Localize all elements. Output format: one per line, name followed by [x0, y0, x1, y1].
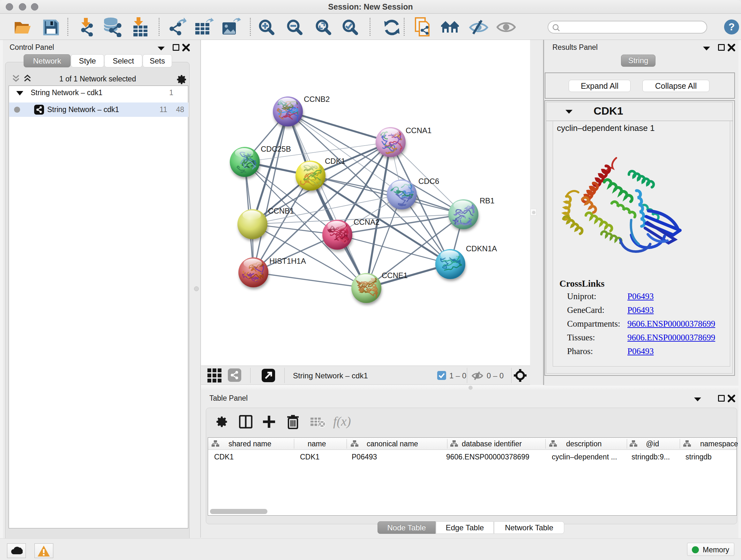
svg-text:CCNB2: CCNB2 [304, 95, 330, 104]
svg-text:CCNA1: CCNA1 [406, 126, 431, 135]
svg-text:CDK1: CDK1 [325, 157, 345, 165]
svg-text:RB1: RB1 [480, 196, 495, 205]
svg-text:CDC6: CDC6 [418, 177, 439, 186]
svg-text:CCNB1: CCNB1 [268, 206, 294, 215]
svg-text:HIST1H1A: HIST1H1A [269, 257, 306, 265]
svg-text:CCNE1: CCNE1 [382, 271, 408, 280]
svg-text:CCNA2: CCNA2 [354, 218, 380, 226]
svg-text:CDKN1A: CDKN1A [466, 244, 497, 253]
svg-text:CDC25B: CDC25B [261, 145, 291, 153]
